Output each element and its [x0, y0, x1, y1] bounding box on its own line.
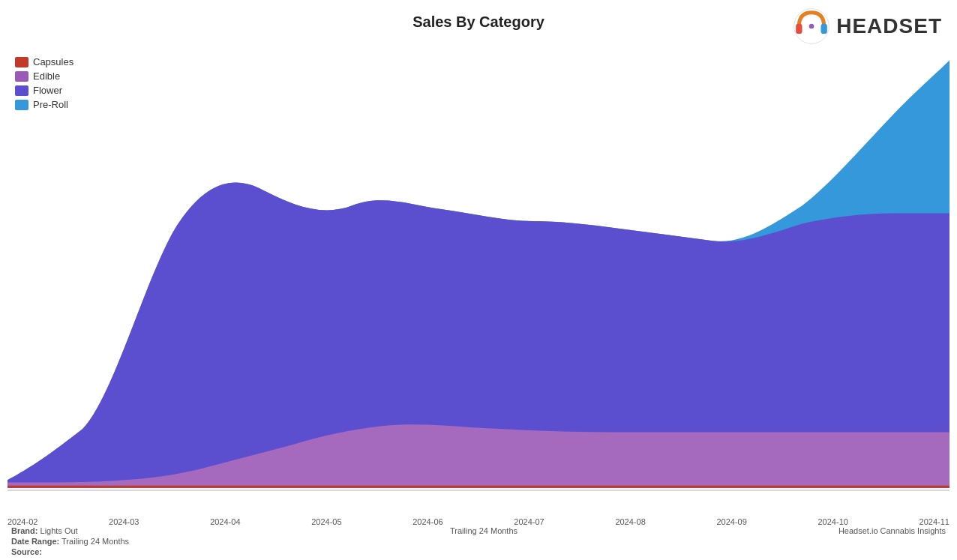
chart-area — [8, 52, 950, 508]
chart-container: HEADSET Sales By Category Capsules Edibl… — [0, 0, 957, 560]
x-label-9: 2024-11 — [920, 517, 950, 526]
svg-rect-1 — [796, 24, 802, 34]
x-label-8: 2024-10 — [818, 517, 848, 526]
trailing-months-label: Trailing 24 Months — [450, 526, 518, 535]
headset-logo: HEADSET — [793, 7, 942, 45]
x-label-3: 2024-05 — [311, 517, 341, 526]
x-label-5: 2024-07 — [514, 517, 544, 526]
brand-info: Brand: Lights Out — [11, 526, 129, 535]
x-label-6: 2024-08 — [615, 517, 645, 526]
svg-point-3 — [809, 24, 814, 29]
date-range-info: Date Range: Trailing 24 Months — [11, 537, 129, 546]
svg-rect-2 — [821, 24, 827, 34]
footer-center: Trailing 24 Months — [450, 526, 518, 535]
x-label-4: 2024-06 — [412, 517, 442, 526]
logo-text: HEADSET — [836, 14, 942, 38]
x-label-7: 2024-09 — [716, 517, 746, 526]
x-label-2: 2024-04 — [210, 517, 240, 526]
source-center: Headset.io Cannabis Insights — [838, 526, 946, 535]
footer-right: Headset.io Cannabis Insights — [838, 526, 946, 535]
x-label-0: 2024-02 — [8, 517, 38, 526]
x-label-1: 2024-03 — [109, 517, 139, 526]
source-info: Source: — [11, 547, 129, 556]
footer-left: Brand: Lights Out Date Range: Trailing 2… — [11, 526, 129, 556]
headset-logo-icon — [793, 7, 830, 45]
chart-svg — [8, 52, 950, 508]
x-axis: 2024-02 2024-03 2024-04 2024-05 2024-06 … — [8, 517, 950, 526]
footer-info: Brand: Lights Out Date Range: Trailing 2… — [0, 526, 957, 556]
